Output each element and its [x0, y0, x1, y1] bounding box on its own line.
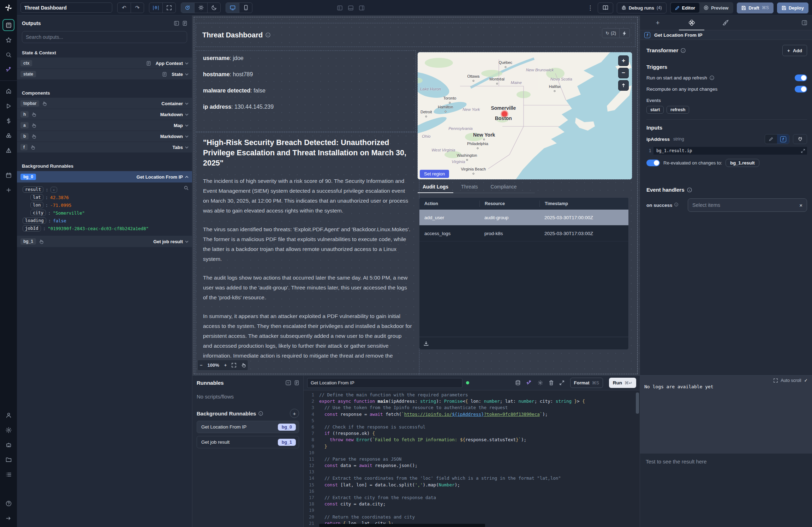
- code-line-19[interactable]: 19: [304, 508, 640, 514]
- code-line-15[interactable]: 15 const [lat, lon] = data.loc.split(','…: [304, 482, 640, 489]
- chevron-down-icon[interactable]: [185, 124, 189, 127]
- deploy-button[interactable]: Deploy: [777, 2, 808, 13]
- logout-icon[interactable]: [2, 512, 14, 524]
- map-marker[interactable]: [502, 111, 507, 117]
- doc-list-icon[interactable]: [183, 21, 187, 26]
- connect-input-button[interactable]: [793, 134, 807, 144]
- tab-audit-logs[interactable]: Audit Logs: [418, 181, 453, 193]
- runnable-item-bg_1[interactable]: Get job resultbg_1: [197, 436, 299, 448]
- trigger-bolt-button[interactable]: [619, 29, 629, 38]
- more-menu-button[interactable]: ⋮: [586, 4, 594, 12]
- add-transformer-button[interactable]: + Add: [782, 45, 807, 56]
- code-line-11[interactable]: 11 // Parse the response as JSON: [304, 456, 640, 463]
- json-key[interactable]: result: [23, 186, 43, 193]
- clear-selection-icon[interactable]: ×: [799, 202, 802, 208]
- user-icon[interactable]: [2, 409, 14, 421]
- output-row-h[interactable]: hMarkdown: [17, 109, 192, 120]
- home-icon[interactable]: [2, 85, 14, 97]
- event-chip-start[interactable]: start: [646, 106, 664, 114]
- theme-dark-button[interactable]: [207, 2, 220, 13]
- desktop-view-button[interactable]: [226, 2, 239, 13]
- component-settings-tab[interactable]: [682, 16, 701, 30]
- debug-runs-button[interactable]: Debug runs (4): [617, 2, 667, 13]
- theme-light-button[interactable]: [194, 2, 207, 13]
- dollar-icon[interactable]: [2, 115, 14, 127]
- json-search-icon[interactable]: [184, 186, 189, 190]
- code-line-13[interactable]: 13: [304, 469, 640, 475]
- output-row-ctx[interactable]: ctxApp Context: [17, 58, 192, 69]
- ai-wand-icon[interactable]: [526, 380, 532, 385]
- input-expression-editor[interactable]: 1 bg_1.result.ip: [646, 147, 807, 155]
- json-key[interactable]: jobId: [23, 225, 41, 232]
- doc-list-icon[interactable]: [294, 380, 299, 385]
- code-line-6[interactable]: 6 // Check if the response is successful: [304, 424, 640, 431]
- chevron-down-icon[interactable]: [185, 102, 189, 105]
- tab-threats[interactable]: Threats: [456, 181, 483, 193]
- on-success-select[interactable]: Select items ×: [688, 198, 807, 212]
- list-icon[interactable]: [2, 468, 14, 480]
- settings-gear-icon[interactable]: [538, 380, 543, 385]
- folder-icon[interactable]: [2, 454, 14, 466]
- reevaluate-dep-chip[interactable]: bg_1.result: [726, 159, 759, 167]
- play-icon[interactable]: [2, 100, 14, 112]
- collapse-panel-icon[interactable]: [174, 21, 179, 26]
- code-line-1[interactable]: 1// Define the main function with the re…: [304, 392, 640, 399]
- expand-logs-icon[interactable]: [774, 378, 778, 383]
- code-line-14[interactable]: 14 // Extract the coordinates from the '…: [304, 475, 640, 482]
- output-row-f[interactable]: fTabs: [17, 142, 192, 153]
- output-row-a[interactable]: aMap: [17, 120, 192, 131]
- toggle-right-panel-icon[interactable]: [359, 5, 364, 11]
- output-row-topbar[interactable]: topbarContainer: [17, 98, 192, 109]
- resources-icon[interactable]: [2, 130, 14, 142]
- format-button[interactable]: Format⌘S: [570, 378, 603, 388]
- code-line-10[interactable]: 10: [304, 450, 640, 456]
- windmill-logo[interactable]: [0, 0, 17, 16]
- undo-button[interactable]: ↶: [118, 2, 131, 13]
- chevron-up-icon[interactable]: [185, 176, 189, 178]
- code-line-12[interactable]: 12 const data = await response.json();: [304, 463, 640, 469]
- preview-tab[interactable]: Preview: [699, 3, 733, 13]
- theme-auto-button[interactable]: [181, 2, 194, 13]
- draft-button[interactable]: Draft⌘S: [737, 2, 773, 13]
- code-line-9[interactable]: 9 }: [304, 444, 640, 450]
- output-row-b[interactable]: bMarkdown: [17, 131, 192, 142]
- collapse-node-button[interactable]: -: [50, 187, 58, 193]
- code-line-2[interactable]: 2export async function main(ipAddress: s…: [304, 399, 640, 405]
- code-line-8[interactable]: 8 throw new Error(`Failed to fetch IP in…: [304, 437, 640, 443]
- table-row[interactable]: add_useraudit-group2025-03-30T17:00:00Z: [419, 210, 628, 226]
- collapse-panel-icon[interactable]: [286, 380, 291, 385]
- component-markdown-report[interactable]: "High-Risk Security Breach Detected: Una…: [196, 133, 419, 376]
- output-row-bg0[interactable]: bg_0 Get Location From IP: [17, 171, 192, 183]
- help-icon[interactable]: [2, 497, 14, 509]
- code-line-17[interactable]: 17 // Extract the city from the response…: [304, 495, 640, 501]
- run-on-start-toggle[interactable]: [795, 74, 807, 81]
- expand-grid-button[interactable]: [162, 2, 175, 13]
- prism-icon[interactable]: [2, 144, 14, 156]
- zoom-out-button[interactable]: −: [200, 363, 203, 368]
- component-markdown-fields[interactable]: username: jdoehostname: host789malware d…: [196, 51, 416, 131]
- code-line-4[interactable]: 4 const response = await fetch(`https://…: [304, 412, 640, 418]
- chevron-down-icon[interactable]: [185, 240, 189, 243]
- docs-button[interactable]: [598, 2, 613, 13]
- database-icon[interactable]: [515, 380, 520, 385]
- editor-vscrollbar[interactable]: [636, 393, 639, 414]
- runnable-item-bg_0[interactable]: Get Location From IPbg_0: [197, 421, 299, 433]
- align-zero-button[interactable]: |0|: [149, 2, 162, 13]
- column-header-resource[interactable]: Resource: [479, 200, 539, 207]
- json-key[interactable]: city: [30, 210, 46, 216]
- map-fit-bounds-button[interactable]: [618, 80, 629, 91]
- json-key[interactable]: lat: [30, 194, 43, 200]
- insert-component-tab[interactable]: +: [648, 16, 668, 30]
- pan-hand-icon[interactable]: [241, 363, 246, 367]
- run-button[interactable]: Run⌘↵: [609, 378, 636, 388]
- map-zoom-out-button[interactable]: −: [618, 68, 629, 78]
- json-key[interactable]: lon: [30, 202, 43, 208]
- recompute-toggle[interactable]: [795, 86, 807, 92]
- json-key[interactable]: loading: [23, 217, 46, 224]
- editor-tab[interactable]: Editor: [671, 3, 700, 13]
- style-tab[interactable]: [716, 16, 735, 30]
- plus-icon[interactable]: [2, 184, 14, 196]
- fullscreen-icon[interactable]: [232, 363, 236, 367]
- delete-trash-icon[interactable]: [549, 380, 554, 385]
- column-header-timestamp[interactable]: Timestamp: [539, 200, 617, 207]
